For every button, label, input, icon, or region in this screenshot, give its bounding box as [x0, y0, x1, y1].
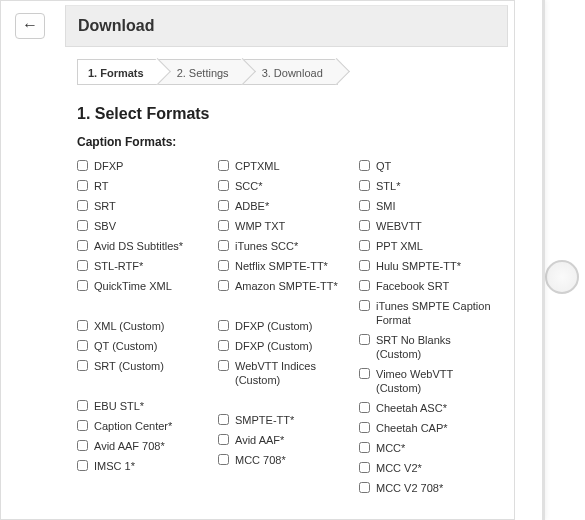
format-label[interactable]: DFXP (Custom) — [235, 339, 355, 353]
format-checkbox[interactable] — [359, 300, 370, 311]
format-label[interactable]: DFXP — [94, 159, 214, 173]
format-checkbox[interactable] — [218, 414, 229, 425]
format-label[interactable]: ADBE* — [235, 199, 355, 213]
format-checkbox[interactable] — [77, 360, 88, 371]
format-checkbox[interactable] — [359, 334, 370, 345]
back-button[interactable]: ← — [15, 13, 45, 39]
format-label[interactable]: QuickTime XML — [94, 279, 214, 293]
format-label[interactable]: SRT (Custom) — [94, 359, 214, 373]
format-label[interactable]: CPTXML — [235, 159, 355, 173]
format-checkbox[interactable] — [218, 280, 229, 291]
format-label[interactable]: iTunes SCC* — [235, 239, 355, 253]
format-option: DFXP (Custom) — [218, 319, 355, 333]
format-checkbox[interactable] — [77, 180, 88, 191]
step-2[interactable]: 2. Settings — [158, 59, 244, 85]
format-checkbox[interactable] — [77, 260, 88, 271]
format-label[interactable]: MCC 708* — [235, 453, 355, 467]
format-checkbox[interactable] — [218, 340, 229, 351]
format-checkbox[interactable] — [218, 260, 229, 271]
format-checkbox[interactable] — [359, 240, 370, 251]
format-label[interactable]: SBV — [94, 219, 214, 233]
format-label[interactable]: WEBVTT — [376, 219, 496, 233]
format-checkbox[interactable] — [77, 400, 88, 411]
format-option: ADBE* — [218, 199, 355, 213]
format-checkbox[interactable] — [359, 402, 370, 413]
format-label[interactable]: Cheetah CAP* — [376, 421, 496, 435]
format-checkbox[interactable] — [359, 368, 370, 379]
format-label[interactable]: iTunes SMPTE Caption Format — [376, 299, 496, 327]
format-label[interactable]: Netflix SMPTE-TT* — [235, 259, 355, 273]
format-checkbox[interactable] — [359, 442, 370, 453]
format-checkbox[interactable] — [359, 462, 370, 473]
format-label[interactable]: Amazon SMPTE-TT* — [235, 279, 355, 293]
format-label[interactable]: EBU STL* — [94, 399, 214, 413]
format-checkbox[interactable] — [218, 320, 229, 331]
format-checkbox[interactable] — [359, 260, 370, 271]
format-checkbox[interactable] — [359, 200, 370, 211]
format-checkbox[interactable] — [218, 434, 229, 445]
format-label[interactable]: SMI — [376, 199, 496, 213]
format-label[interactable]: WebVTT Indices (Custom) — [235, 359, 355, 387]
format-checkbox[interactable] — [77, 460, 88, 471]
format-option: XML (Custom) — [77, 319, 214, 333]
format-label[interactable]: Vimeo WebVTT (Custom) — [376, 367, 496, 395]
step-wizard: 1. Formats2. Settings3. Download — [77, 57, 496, 87]
format-checkbox[interactable] — [77, 440, 88, 451]
format-checkbox[interactable] — [359, 482, 370, 493]
format-checkbox[interactable] — [359, 280, 370, 291]
format-checkbox[interactable] — [218, 200, 229, 211]
format-checkbox[interactable] — [218, 454, 229, 465]
format-label[interactable]: MCC* — [376, 441, 496, 455]
format-label[interactable]: SRT — [94, 199, 214, 213]
format-column-1: DFXPRTSRTSBVAvid DS Subtitles*STL-RTF*Qu… — [77, 159, 214, 519]
format-label[interactable]: RT — [94, 179, 214, 193]
format-checkbox[interactable] — [218, 160, 229, 171]
format-label[interactable]: Hulu SMPTE-TT* — [376, 259, 496, 273]
format-label[interactable]: MCC V2 708* — [376, 481, 496, 495]
step-1[interactable]: 1. Formats — [77, 59, 159, 85]
format-checkbox[interactable] — [77, 200, 88, 211]
format-label[interactable]: STL* — [376, 179, 496, 193]
format-checkbox[interactable] — [359, 160, 370, 171]
format-label[interactable]: DFXP (Custom) — [235, 319, 355, 333]
format-label[interactable]: SRT No Blanks (Custom) — [376, 333, 496, 361]
format-checkbox[interactable] — [77, 280, 88, 291]
format-label[interactable]: Cheetah ASC* — [376, 401, 496, 415]
format-option: MCC* — [359, 441, 496, 455]
format-option: SRT (Custom) — [77, 359, 214, 373]
format-label[interactable]: Avid AAF* — [235, 433, 355, 447]
format-option — [218, 473, 355, 487]
format-checkbox[interactable] — [359, 180, 370, 191]
format-checkbox[interactable] — [77, 320, 88, 331]
format-checkbox[interactable] — [218, 240, 229, 251]
format-label[interactable]: IMSC 1* — [94, 459, 214, 473]
format-label[interactable]: QT (Custom) — [94, 339, 214, 353]
format-checkbox[interactable] — [218, 360, 229, 371]
format-label[interactable]: Facebook SRT — [376, 279, 496, 293]
format-label[interactable]: STL-RTF* — [94, 259, 214, 273]
format-checkbox[interactable] — [359, 220, 370, 231]
format-checkbox[interactable] — [77, 340, 88, 351]
home-button[interactable] — [545, 260, 579, 294]
format-checkbox[interactable] — [77, 160, 88, 171]
format-label[interactable]: WMP TXT — [235, 219, 355, 233]
format-checkbox[interactable] — [359, 422, 370, 433]
format-checkbox[interactable] — [77, 420, 88, 431]
format-column-3: QTSTL*SMIWEBVTTPPT XMLHulu SMPTE-TT*Face… — [359, 159, 496, 519]
format-label[interactable]: Avid DS Subtitles* — [94, 239, 214, 253]
format-label[interactable]: Avid AAF 708* — [94, 439, 214, 453]
format-label[interactable]: QT — [376, 159, 496, 173]
format-checkbox[interactable] — [77, 220, 88, 231]
format-label[interactable]: Caption Center* — [94, 419, 214, 433]
format-label[interactable]: SCC* — [235, 179, 355, 193]
format-label[interactable]: XML (Custom) — [94, 319, 214, 333]
format-checkbox[interactable] — [77, 240, 88, 251]
format-option: SCC* — [218, 179, 355, 193]
format-checkbox[interactable] — [218, 180, 229, 191]
format-label[interactable]: MCC V2* — [376, 461, 496, 475]
format-label[interactable]: PPT XML — [376, 239, 496, 253]
app-window: ← Download 1. Formats2. Settings3. Downl… — [0, 0, 515, 520]
format-checkbox[interactable] — [218, 220, 229, 231]
format-label[interactable]: SMPTE-TT* — [235, 413, 355, 427]
step-3[interactable]: 3. Download — [243, 59, 338, 85]
